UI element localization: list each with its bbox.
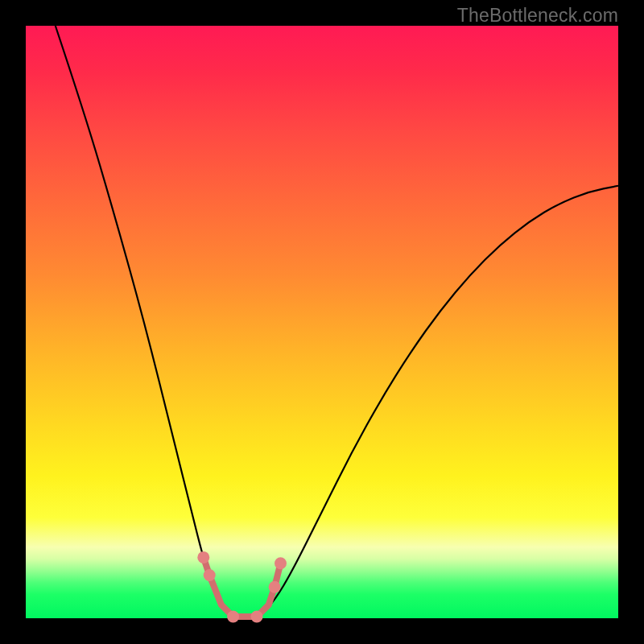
trough-marker xyxy=(197,551,209,564)
trough-markers xyxy=(197,551,287,623)
bottleneck-curve xyxy=(56,26,618,618)
trough-marker xyxy=(251,611,263,623)
watermark-text: TheBottleneck.com xyxy=(457,5,618,27)
trough-marker xyxy=(204,569,216,581)
trough-marker xyxy=(227,611,239,623)
chart-frame: TheBottleneck.com xyxy=(0,0,644,644)
curve-layer xyxy=(26,26,618,618)
trough-marker xyxy=(269,581,281,593)
plot-area xyxy=(26,26,618,618)
trough-marker xyxy=(275,557,287,569)
